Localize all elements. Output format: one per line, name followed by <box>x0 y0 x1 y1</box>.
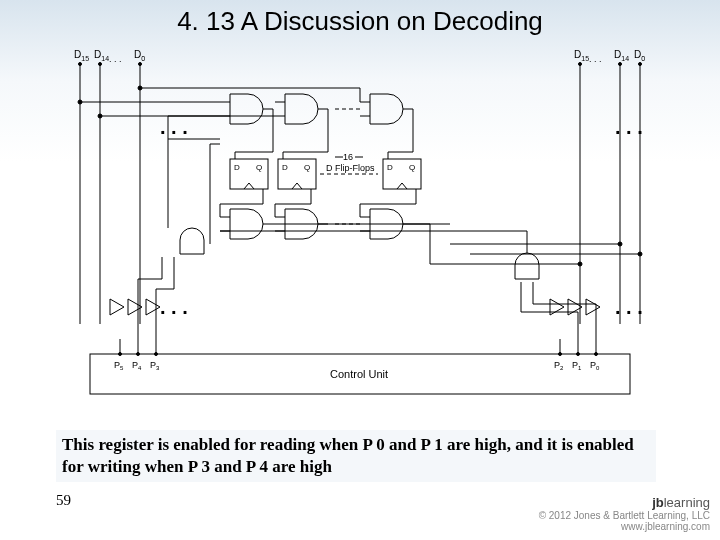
svg-text:D: D <box>282 163 288 172</box>
svg-text:Control Unit: Control Unit <box>330 368 388 380</box>
svg-point-35 <box>78 100 82 104</box>
svg-point-101 <box>137 353 140 356</box>
page-number: 59 <box>56 492 71 509</box>
svg-text:P0: P0 <box>590 360 600 371</box>
svg-point-100 <box>119 353 122 356</box>
svg-point-95 <box>638 252 642 256</box>
svg-text:16: 16 <box>343 152 353 162</box>
svg-text:Q: Q <box>409 163 415 172</box>
svg-text:D: D <box>234 163 240 172</box>
svg-point-91 <box>578 262 582 266</box>
write-enable-and-gate <box>180 228 204 254</box>
svg-text:. . .: . . . <box>160 116 188 138</box>
circuit-diagram: D15 D14 . . . D0 D15 D14 . . . D0 . . . … <box>60 44 660 424</box>
svg-text:. . .: . . . <box>160 296 188 318</box>
read-enable-and-gate <box>515 253 539 279</box>
slide-title: 4. 13 A Discussion on Decoding <box>0 0 720 37</box>
svg-text:D15: D15 <box>74 49 89 62</box>
slide-caption: This register is enabled for reading whe… <box>56 430 656 482</box>
svg-text:D0: D0 <box>634 49 645 62</box>
svg-point-4 <box>99 63 102 66</box>
svg-text:Q: Q <box>304 163 310 172</box>
svg-point-93 <box>618 242 622 246</box>
svg-point-37 <box>98 114 102 118</box>
svg-text:. . .: . . . <box>589 54 602 64</box>
svg-point-111 <box>595 353 598 356</box>
svg-text:P1: P1 <box>572 360 582 371</box>
svg-text:D14: D14 <box>94 49 109 62</box>
svg-text:P3: P3 <box>150 360 160 371</box>
svg-text:P2: P2 <box>554 360 564 371</box>
svg-point-5 <box>139 63 142 66</box>
svg-point-41 <box>138 86 142 90</box>
flip-flop-row: D Q D Q D Q 16 D Flip-Flops <box>230 152 421 189</box>
svg-point-14 <box>619 63 622 66</box>
svg-text:D0: D0 <box>134 49 145 62</box>
svg-point-109 <box>559 353 562 356</box>
svg-point-15 <box>639 63 642 66</box>
and-gate-group-top <box>220 94 413 124</box>
svg-text:. . .: . . . <box>109 54 122 64</box>
svg-text:D15: D15 <box>574 49 589 62</box>
svg-point-110 <box>577 353 580 356</box>
svg-point-102 <box>155 353 158 356</box>
svg-text:. . .: . . . <box>615 296 643 318</box>
svg-point-3 <box>79 63 82 66</box>
svg-text:P4: P4 <box>132 360 142 371</box>
svg-text:P5: P5 <box>114 360 124 371</box>
copyright-block: jblearning © 2012 Jones & Bartlett Learn… <box>539 495 710 532</box>
svg-text:D14: D14 <box>614 49 629 62</box>
svg-point-13 <box>579 63 582 66</box>
svg-text:D Flip-Flops: D Flip-Flops <box>326 163 375 173</box>
svg-text:Q: Q <box>256 163 262 172</box>
svg-text:. . .: . . . <box>615 116 643 138</box>
svg-text:D: D <box>387 163 393 172</box>
